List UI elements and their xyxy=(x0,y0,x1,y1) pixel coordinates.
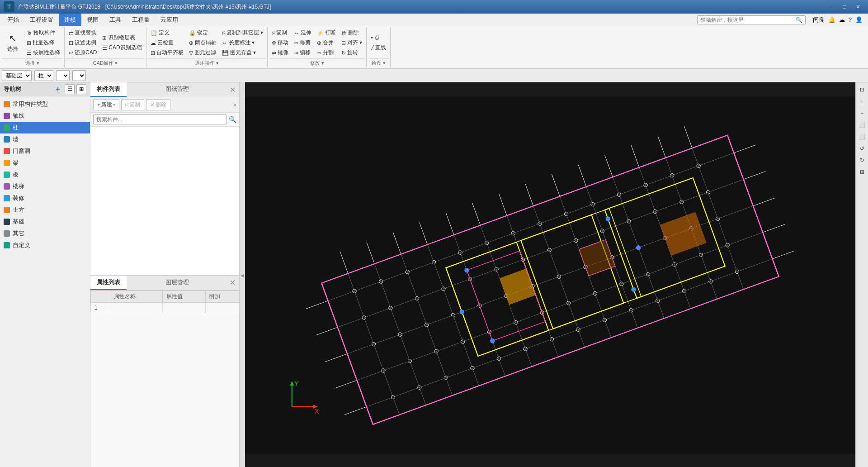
rt-view1[interactable]: ⬜ xyxy=(857,119,868,130)
select-group: ↖ 选择 🖱 拾取构件 ⊞ 批量选择 ☰ 按属性选择 xyxy=(0,27,65,67)
copy-button[interactable]: ⎘ 复制 xyxy=(269,28,291,38)
cad-id-options-button[interactable]: ☰ CAD识别选项 xyxy=(100,43,144,52)
nav-list-view-button[interactable]: ☰ xyxy=(65,84,75,94)
rt-rotate-left[interactable]: ↺ xyxy=(857,143,868,154)
tab-layer-manage[interactable]: 图层管理 xyxy=(159,276,195,290)
attr-panel-close[interactable]: ✕ xyxy=(228,277,237,288)
panel-expand-arrow[interactable]: ◀ xyxy=(240,82,245,467)
cloud-check-button[interactable]: ☁ 云检查 xyxy=(148,38,186,48)
component-more-button[interactable]: » xyxy=(233,102,236,108)
menu-quantity[interactable]: 工程量 xyxy=(127,14,155,26)
nav-item-earthwork[interactable]: 土方 xyxy=(0,204,90,216)
restore-cad-button[interactable]: ↩ 还原CAD xyxy=(66,48,99,57)
move-button[interactable]: ✥ 移动 xyxy=(269,38,291,48)
nav-item-other[interactable]: 其它 xyxy=(0,228,90,239)
break-button[interactable]: ⚡ 打断 xyxy=(315,28,338,38)
window-controls: ─ □ ✕ xyxy=(825,2,864,12)
menu-project-settings[interactable]: 工程设置 xyxy=(24,14,59,26)
align-button[interactable]: ⊟ 对齐 ▾ xyxy=(339,38,364,48)
trim-button[interactable]: ✂ 修剪 xyxy=(292,38,314,48)
help-icon[interactable]: ? xyxy=(849,16,852,23)
merge-button[interactable]: ⊕ 合并 xyxy=(315,38,338,48)
batch-select-button[interactable]: ⊞ 批量选择 xyxy=(24,38,62,48)
copy-to-floor-button[interactable]: ⎘ 复制到其它层 ▾ xyxy=(220,28,265,38)
nav-item-common[interactable]: 常用构件类型 xyxy=(0,98,90,110)
component-panel-close[interactable]: ✕ xyxy=(228,85,237,95)
nav-item-foundation[interactable]: 基础 xyxy=(0,216,90,228)
point-label: 点 xyxy=(374,34,380,42)
mirror-button[interactable]: ⇌ 镜像 xyxy=(269,48,291,57)
component-search-input[interactable] xyxy=(93,114,227,124)
line-button[interactable]: ╱ 直线 xyxy=(368,43,388,52)
nav-item-axis[interactable]: 轴线 xyxy=(0,110,90,122)
delete-button[interactable]: 🗑 删除 xyxy=(339,28,364,38)
nav-add-button[interactable]: + xyxy=(53,84,63,94)
new-component-button[interactable]: + 新建 ▾ xyxy=(93,99,119,110)
nav-item-opening[interactable]: 门窗洞 xyxy=(0,145,90,157)
attr-value-1[interactable] xyxy=(163,302,206,313)
nav-item-beam[interactable]: 梁 xyxy=(0,157,90,169)
sub-type-select2[interactable] xyxy=(72,70,86,81)
rt-grid[interactable]: ⊞ xyxy=(857,167,868,177)
notification-icon[interactable]: 🔔 xyxy=(828,16,835,23)
attr-sel-icon: ☰ xyxy=(27,50,32,56)
rt-zoom-in[interactable]: + xyxy=(857,96,868,107)
point-button[interactable]: • 点 xyxy=(368,33,388,43)
nav-item-stair[interactable]: 楼梯 xyxy=(0,181,90,192)
length-mark-button[interactable]: ↔ 长度标注 ▾ xyxy=(220,38,265,48)
set-scale-button[interactable]: ⊡ 设置比例 xyxy=(66,38,99,48)
find-replace-button[interactable]: ⇄ 查找替换 xyxy=(66,28,99,38)
menu-cloud[interactable]: 云应用 xyxy=(155,14,184,26)
nav-grid-view-button[interactable]: ⊞ xyxy=(76,84,86,94)
attr-select-button[interactable]: ☰ 按属性选择 xyxy=(24,48,62,57)
split-button[interactable]: ✂ 分割 xyxy=(315,48,338,57)
rt-zoom-out[interactable]: − xyxy=(857,108,868,119)
pick-component-button[interactable]: 🖱 拾取构件 xyxy=(24,28,62,38)
restore-button[interactable]: □ xyxy=(838,2,851,12)
select-button[interactable]: ↖ 选择 xyxy=(2,31,24,55)
menu-build[interactable]: 建模 xyxy=(59,14,81,26)
menu-start[interactable]: 开始 xyxy=(2,14,24,26)
comp-search-icon[interactable]: 🔍 xyxy=(229,116,236,123)
menu-view[interactable]: 视图 xyxy=(81,14,104,26)
two-point-axis-button[interactable]: ⊕ 两点辅轴 xyxy=(187,38,219,48)
menu-tools[interactable]: 工具 xyxy=(104,14,127,26)
nav-item-custom[interactable]: 自定义 xyxy=(0,239,90,251)
auto-align-button[interactable]: ⊟ 自动平齐板 xyxy=(148,48,186,57)
canvas-area[interactable]: Y X xyxy=(245,82,855,467)
global-search[interactable]: 🔍 xyxy=(697,15,806,24)
nav-item-slab[interactable]: 板 xyxy=(0,169,90,181)
save-element-button[interactable]: 💾 图元存盘 ▾ xyxy=(220,48,265,57)
tab-attr-list[interactable]: 属性列表 xyxy=(90,276,127,290)
extend-button[interactable]: ↔ 延伸 xyxy=(292,28,314,38)
copy-component-button[interactable]: ⎘ 复制 xyxy=(121,99,144,110)
attr-attach-1[interactable] xyxy=(206,302,239,313)
nav-item-column[interactable]: 柱 xyxy=(0,122,90,133)
offset-button[interactable]: ⇥ 编移 xyxy=(292,48,314,57)
nav-item-wall[interactable]: 墙 xyxy=(0,133,90,145)
search-input[interactable] xyxy=(700,17,796,23)
close-button[interactable]: ✕ xyxy=(852,2,864,12)
rotate-button[interactable]: ↻ 旋转 xyxy=(339,48,364,57)
tab-drawing-manage[interactable]: 图纸管理 xyxy=(159,82,195,97)
sub-type-select[interactable] xyxy=(56,70,70,81)
floor-select[interactable]: 基础层 xyxy=(2,70,32,81)
delete-component-button[interactable]: ✕ 删除 xyxy=(146,99,170,110)
rt-zoom-full[interactable]: ⊡ xyxy=(857,84,868,95)
cloud-icon[interactable]: ☁ xyxy=(839,16,845,23)
user-icon[interactable]: 👤 xyxy=(855,16,863,23)
nav-item-decoration[interactable]: 装修 xyxy=(0,192,90,204)
id-floor-table-button[interactable]: ⊞ 识别楼层表 xyxy=(100,33,144,43)
rt-rotate-right[interactable]: ↻ xyxy=(857,155,868,166)
table-row: 1 xyxy=(91,302,239,313)
rt-view2[interactable]: ⬜ xyxy=(857,131,868,142)
lock-button[interactable]: 🔒 锁定 xyxy=(187,28,219,38)
define-button[interactable]: 📋 定义 xyxy=(148,28,186,38)
cad-sub-buttons-left: ⇄ 查找替换 ⊡ 设置比例 ↩ 还原CAD xyxy=(66,28,99,57)
save-el-icon: 💾 xyxy=(222,50,229,56)
attr-name-1[interactable] xyxy=(110,302,163,313)
filter-button[interactable]: ▽ 图元过滤 xyxy=(187,48,219,57)
tab-component-list[interactable]: 构件列表 xyxy=(90,82,127,97)
type-select[interactable]: 柱 xyxy=(34,70,53,81)
minimize-button[interactable]: ─ xyxy=(825,2,837,12)
